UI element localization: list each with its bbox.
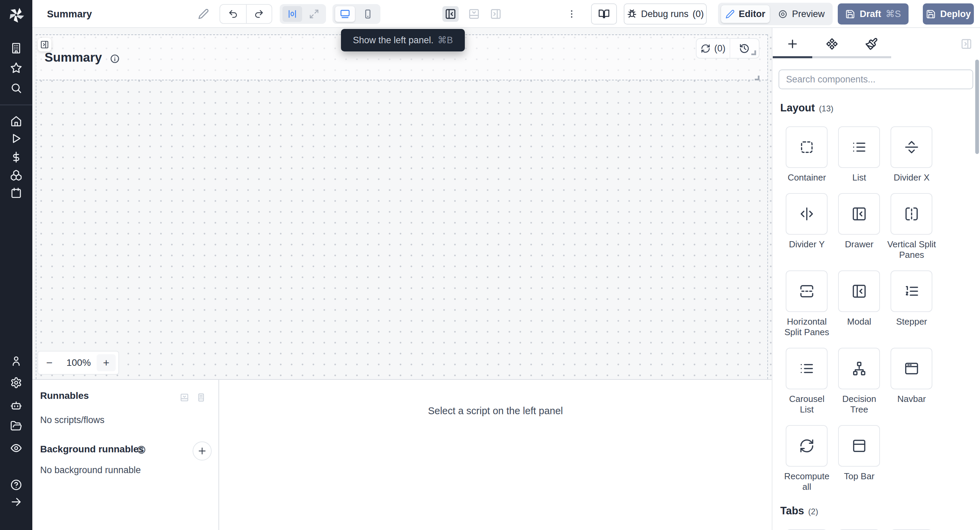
divider-y-icon — [799, 206, 815, 222]
add-background-runnable-button[interactable] — [192, 441, 212, 461]
deploy-label: Deploy — [940, 9, 971, 19]
toggle-right-panel-button[interactable] — [489, 6, 502, 22]
draft-shortcut: ⌘S — [886, 8, 901, 19]
sidebar-divider — [0, 105, 32, 105]
stepper-icon — [904, 283, 920, 299]
component-card-divider-x[interactable] — [891, 126, 932, 168]
tab-components-icon[interactable] — [826, 37, 838, 50]
draft-button[interactable]: Draft ⌘S — [838, 3, 908, 24]
tab-insert-component[interactable] — [786, 37, 799, 50]
sidebar-item-search-icon[interactable] — [10, 82, 22, 94]
component-card-list[interactable] — [838, 126, 880, 168]
canvas-app-title: Summary — [45, 50, 102, 65]
redo-button[interactable] — [246, 5, 272, 23]
container-icon — [799, 139, 815, 155]
tab-styling-icon[interactable] — [865, 37, 878, 50]
sidebar-item-expand-sidebar-icon[interactable] — [10, 496, 22, 508]
grid-align-button[interactable] — [282, 6, 302, 22]
sidebar-item-favorites-icon[interactable] — [10, 62, 22, 74]
select-script-hint: Select a script on the left panel — [219, 405, 772, 417]
component-card-carousel-list[interactable] — [786, 348, 827, 390]
toggle-left-panel-button[interactable] — [442, 6, 459, 22]
fullscreen-button[interactable] — [302, 9, 326, 19]
component-label: Vertical Split Panes — [887, 239, 937, 260]
component-label: Container — [782, 172, 832, 183]
component-cell: Divider X — [891, 126, 932, 183]
component-card-decision-tree[interactable] — [838, 348, 880, 390]
debug-runs-button[interactable]: Debug runs (0) — [624, 3, 707, 24]
windmill-logo-icon[interactable] — [6, 5, 27, 25]
search-components-input[interactable] — [778, 69, 973, 89]
zoom-in-button[interactable]: + — [97, 354, 116, 371]
title-info-icon[interactable] — [110, 54, 120, 64]
runnables-title: Runnables — [40, 390, 89, 401]
component-card-stepper[interactable] — [891, 270, 932, 312]
sidebar-item-settings-icon[interactable] — [10, 377, 22, 389]
toggle-bottom-panel-button[interactable] — [468, 6, 480, 22]
plus-icon — [197, 446, 207, 456]
section-heading: Tabs(2) — [780, 505, 980, 517]
refresh-app-button[interactable]: (0) — [697, 39, 730, 58]
bottom-panel: Runnables No scripts/flows Background ru… — [32, 379, 772, 530]
component-card-divider-y[interactable] — [786, 193, 827, 235]
sidebar-item-runs-icon[interactable] — [10, 132, 22, 144]
refresh-count: (0) — [714, 43, 725, 54]
component-card-top-bar[interactable] — [838, 425, 880, 467]
sidebar-item-account-icon[interactable] — [10, 355, 22, 367]
right-panel-content: Layout(13)ContainerListDivider XDivider … — [772, 58, 980, 530]
component-card-horizontal-split-panes[interactable] — [786, 270, 827, 312]
draft-label: Draft — [859, 9, 881, 19]
editor-tab[interactable]: Editor — [721, 5, 770, 23]
preview-tab[interactable]: Preview — [770, 9, 833, 19]
undo-button[interactable] — [220, 5, 246, 23]
reopen-left-panel-button[interactable] — [38, 38, 51, 51]
zoom-level: 100% — [60, 357, 97, 368]
sidebar-item-workspace-icon[interactable] — [10, 42, 22, 54]
sidebar-item-folders-icon[interactable] — [10, 420, 22, 432]
section-count: (13) — [819, 104, 834, 113]
resize-handle[interactable] — [755, 76, 759, 80]
zoom-out-button[interactable]: − — [38, 357, 60, 369]
runnables-empty-text: No scripts/flows — [40, 415, 105, 425]
component-card-recompute-all[interactable] — [786, 425, 827, 467]
deploy-button[interactable]: Deploy — [923, 3, 974, 24]
component-card-vertical-split-panes[interactable] — [891, 193, 932, 235]
edit-title-icon[interactable] — [198, 8, 209, 19]
desktop-view-button[interactable] — [335, 6, 355, 22]
vertical-split-icon — [904, 206, 920, 222]
collapse-runnables-icon[interactable] — [180, 393, 189, 402]
drawer-icon — [851, 206, 867, 222]
component-grid: ContainerListDivider XDivider YDrawerVer… — [786, 126, 932, 492]
component-card-navbar[interactable] — [891, 348, 932, 390]
collapse-right-panel-icon[interactable] — [961, 38, 972, 50]
component-card-drawer[interactable] — [838, 193, 880, 235]
right-panel-scrollbar[interactable] — [975, 60, 979, 154]
sidebar-item-home-icon[interactable] — [10, 115, 22, 127]
mobile-view-button[interactable] — [355, 9, 380, 19]
section-count: (2) — [808, 507, 818, 516]
tooltip-shortcut: ⌘B — [438, 35, 453, 46]
sidebar-item-help-icon[interactable] — [10, 479, 22, 491]
component-card-container[interactable] — [786, 126, 827, 168]
sidebar-item-resources-icon[interactable] — [10, 169, 22, 181]
navbar-icon — [904, 361, 920, 377]
resize-handle[interactable] — [751, 50, 756, 55]
runnables-doc-icon[interactable] — [196, 393, 206, 402]
panel-open-icon — [40, 40, 49, 49]
more-menu-button[interactable] — [566, 7, 578, 21]
sidebar-item-schedules-icon[interactable] — [10, 187, 22, 199]
sidebar-item-workers-icon[interactable] — [10, 399, 22, 412]
component-card-modal[interactable] — [838, 270, 880, 312]
bottom-panel-divider[interactable] — [218, 380, 219, 530]
background-info-icon[interactable] — [137, 445, 146, 454]
sidebar-item-usage-icon[interactable] — [10, 151, 22, 163]
canvas-right-guide — [767, 34, 768, 379]
editor-pencil-icon — [725, 10, 735, 19]
docs-button[interactable] — [591, 3, 617, 24]
app-canvas[interactable]: Summary (0) − 100% + — [32, 28, 772, 379]
component-cell: Decision Tree — [838, 348, 880, 415]
sidebar-item-audit-logs-icon[interactable] — [10, 442, 22, 454]
app-name: Summary — [47, 8, 92, 20]
deploy-save-icon — [926, 9, 936, 19]
component-cell: Horizontal Split Panes — [786, 270, 827, 338]
